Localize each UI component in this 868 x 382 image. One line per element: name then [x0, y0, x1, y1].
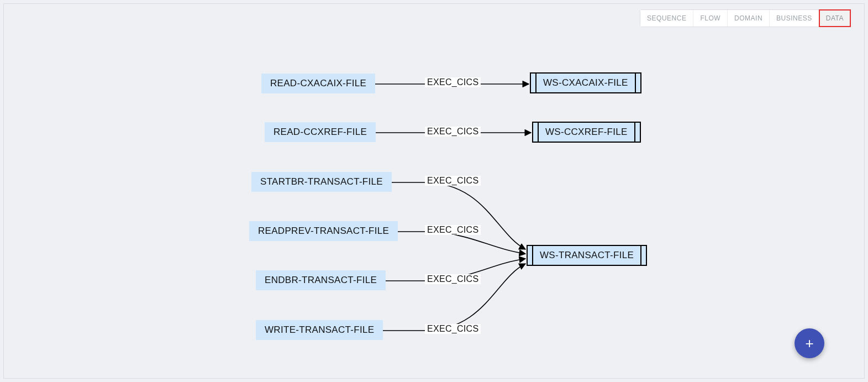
node-read-ccxref-file[interactable]: READ-CCXREF-FILE — [265, 122, 376, 142]
node-readprev-transact-file[interactable]: READPREV-TRANSACT-FILE — [249, 221, 398, 241]
tab-data[interactable]: DATA — [819, 10, 850, 27]
plus-icon: + — [805, 335, 813, 352]
view-tabs: SEQUENCE FLOW DOMAIN BUSINESS DATA — [640, 9, 851, 27]
node-ws-cxacaix-file[interactable]: WS-CXACAIX-FILE — [530, 72, 641, 93]
node-endbr-transact-file[interactable]: ENDBR-TRANSACT-FILE — [256, 270, 386, 290]
tab-business[interactable]: BUSINESS — [770, 10, 819, 27]
node-ws-ccxref-file[interactable]: WS-CCXREF-FILE — [532, 122, 641, 143]
tab-domain[interactable]: DOMAIN — [728, 10, 770, 27]
edge-label-3: EXEC_CICS — [425, 225, 481, 235]
diagram-canvas[interactable]: SEQUENCE FLOW DOMAIN BUSINESS DATA READ-… — [3, 3, 865, 379]
tab-sequence[interactable]: SEQUENCE — [640, 10, 693, 27]
edges-layer — [4, 4, 864, 378]
node-write-transact-file[interactable]: WRITE-TRANSACT-FILE — [256, 320, 383, 340]
edge-label-0: EXEC_CICS — [425, 77, 481, 87]
node-read-cxacaix-file[interactable]: READ-CXACAIX-FILE — [261, 74, 375, 93]
edge-label-2: EXEC_CICS — [425, 176, 481, 186]
tab-flow[interactable]: FLOW — [693, 10, 728, 27]
edge-readprev_transact-to-ws_transact — [380, 232, 525, 254]
edge-label-1: EXEC_CICS — [425, 127, 481, 137]
add-button[interactable]: + — [795, 328, 824, 358]
edge-label-4: EXEC_CICS — [425, 274, 481, 284]
node-ws-transact-file[interactable]: WS-TRANSACT-FILE — [527, 245, 647, 266]
edge-label-5: EXEC_CICS — [425, 324, 481, 334]
node-startbr-transact-file[interactable]: STARTBR-TRANSACT-FILE — [251, 172, 392, 192]
